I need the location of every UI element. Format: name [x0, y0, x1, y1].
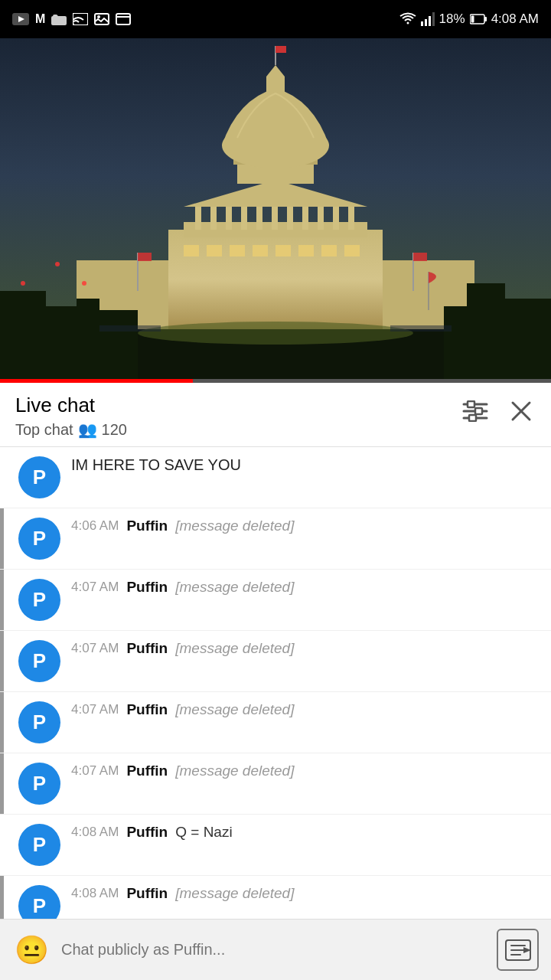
svg-rect-46 — [321, 245, 337, 256]
chat-input-field[interactable] — [61, 931, 486, 969]
svg-rect-19 — [195, 207, 201, 230]
svg-rect-27 — [318, 207, 324, 230]
svg-rect-51 — [77, 299, 99, 383]
message-time: 4:08 AM — [71, 886, 119, 901]
folder-icon — [51, 13, 67, 25]
svg-rect-11 — [432, 12, 435, 26]
svg-rect-41 — [207, 245, 222, 256]
sliders-icon — [462, 400, 488, 422]
wifi-icon — [399, 12, 416, 26]
svg-rect-55 — [444, 306, 474, 383]
svg-point-3 — [73, 23, 74, 25]
message-content: 4:07 AM Puffin [message deleted] — [71, 701, 539, 718]
battery-icon — [470, 14, 487, 24]
filter-button[interactable] — [459, 397, 491, 429]
message-time: 4:08 AM — [71, 825, 119, 840]
message-content: 4:08 AM Puffin Q = Nazi — [71, 824, 539, 841]
video-progress-fill — [0, 379, 193, 383]
message-text: [message deleted] — [175, 701, 294, 718]
message-username: Puffin — [126, 640, 168, 657]
svg-rect-71 — [469, 415, 476, 421]
message-time: 4:07 AM — [71, 702, 119, 717]
signal-icon — [421, 12, 435, 26]
message-username: Puffin — [126, 701, 168, 718]
emoji-button[interactable]: 😐 — [12, 931, 51, 969]
svg-rect-60 — [138, 253, 152, 261]
chat-input-bar: 😐 — [0, 919, 551, 980]
svg-rect-21 — [226, 207, 232, 230]
avatar: P — [18, 579, 60, 621]
message-text: [message deleted] — [175, 885, 294, 902]
youtube-icon — [12, 13, 29, 25]
message-time: 4:07 AM — [71, 763, 119, 779]
svg-rect-70 — [475, 408, 482, 414]
svg-rect-24 — [272, 207, 278, 230]
battery-percent: 18% — [439, 11, 465, 27]
message-username: Puffin — [126, 885, 168, 902]
video-player[interactable] — [0, 38, 551, 383]
chat-panel: Live chat Top chat 👥 120 — [0, 383, 551, 980]
emoji-icon: 😐 — [15, 934, 49, 966]
message-text: [message deleted] — [175, 518, 294, 534]
svg-point-56 — [21, 281, 25, 286]
close-icon — [510, 400, 533, 423]
message-text: [message deleted] — [175, 763, 294, 779]
message-text: Q = Nazi — [175, 824, 232, 841]
svg-rect-13 — [484, 17, 487, 21]
chat-subtitle: Top chat 👥 120 — [15, 420, 127, 439]
svg-rect-25 — [287, 207, 293, 230]
svg-rect-42 — [230, 245, 245, 256]
svg-rect-43 — [253, 245, 268, 256]
video-progress-bar[interactable] — [0, 379, 551, 383]
send-button[interactable] — [497, 929, 539, 971]
message-content: IM HERE TO SAVE YOU — [71, 456, 539, 474]
chat-title-area: Live chat Top chat 👥 120 — [15, 394, 127, 439]
message-username: Puffin — [126, 579, 168, 596]
svg-point-57 — [55, 262, 60, 266]
message-content: 4:06 AM Puffin [message deleted] — [71, 518, 539, 534]
message-username: Puffin — [126, 518, 168, 534]
deleted-indicator — [0, 631, 4, 691]
svg-rect-9 — [425, 19, 427, 26]
svg-rect-10 — [429, 16, 431, 26]
svg-rect-6 — [116, 14, 130, 24]
message-time: 4:06 AM — [71, 518, 119, 534]
svg-rect-37 — [276, 46, 286, 53]
svg-rect-28 — [333, 207, 339, 230]
svg-point-5 — [97, 15, 100, 18]
message-content: 4:07 AM Puffin [message deleted] — [71, 640, 539, 657]
avatar: P — [18, 640, 60, 682]
avatar: P — [18, 824, 60, 866]
svg-rect-62 — [413, 253, 427, 261]
m-icon: M — [35, 12, 45, 26]
chat-message-6: P 4:08 AM Puffin Q = Nazi — [0, 815, 551, 876]
close-button[interactable] — [507, 397, 536, 430]
time-display: 4:08 AM — [491, 11, 539, 27]
avatar: P — [18, 518, 60, 560]
svg-rect-65 — [390, 325, 452, 332]
message-username: Puffin — [126, 763, 168, 779]
svg-rect-29 — [348, 207, 354, 230]
status-icons: M — [12, 12, 131, 26]
chat-message-5: P 4:07 AM Puffin [message deleted] — [0, 753, 551, 815]
svg-rect-54 — [505, 299, 551, 383]
chat-messages: P IM HERE TO SAVE YOU P 4:06 AM Puffin [… — [0, 447, 551, 937]
status-indicators: 18% 4:08 AM — [399, 11, 539, 27]
image-icon — [94, 13, 109, 25]
avatar: P — [18, 701, 60, 743]
svg-rect-47 — [344, 245, 360, 256]
top-chat-label: Top chat — [15, 421, 73, 439]
avatar: P — [18, 456, 60, 498]
svg-rect-64 — [99, 325, 161, 332]
svg-rect-17 — [168, 230, 383, 329]
status-bar: M — [0, 0, 551, 38]
message-text: [message deleted] — [175, 640, 294, 657]
message-text: [message deleted] — [175, 579, 294, 596]
message-content: 4:07 AM Puffin [message deleted] — [71, 763, 539, 779]
deleted-indicator — [0, 692, 4, 753]
chat-header-actions — [459, 394, 536, 430]
deleted-indicator — [0, 753, 4, 814]
message-content: 4:07 AM Puffin [message deleted] — [71, 579, 539, 596]
people-icon: 👥 — [78, 420, 97, 439]
svg-rect-50 — [46, 306, 77, 383]
